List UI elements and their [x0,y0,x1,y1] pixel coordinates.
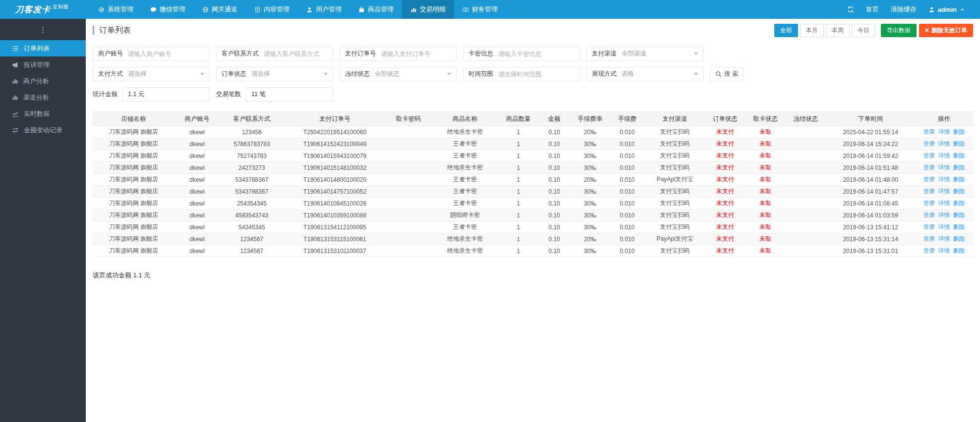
delete-link[interactable]: 删除 [953,247,965,254]
nav-item-content[interactable]: 内容管理 [246,0,298,19]
sidebar-item-complaints[interactable]: 投诉管理 [0,56,86,73]
stat-total-amount-value[interactable] [122,87,210,102]
nav-item-label: 商品管理 [368,5,394,14]
delete-link[interactable]: 删除 [953,211,965,218]
delete-link[interactable]: 删除 [953,200,965,207]
table-cell [386,198,431,210]
stat-trade-count-value[interactable] [246,87,333,102]
login-link[interactable]: 登录 [923,164,935,171]
detail-link[interactable]: 详情 [938,247,950,254]
table-cell [786,221,826,233]
filter-payment-method-select[interactable]: 请选择 [128,67,209,81]
detail-link[interactable]: 详情 [938,188,950,195]
stats-row: 统计金额交易笔数 [93,87,973,102]
nav-item-wechat[interactable]: 微信管理 [142,0,194,19]
export-data-button[interactable]: 导出数据 [881,24,917,37]
table-cell: 2019-06-14 01:08:45 [826,198,915,210]
table-cell: 0.010 [610,126,645,138]
globe-icon [202,6,209,13]
filter-payment-channel-select[interactable]: 全部渠道 [622,47,703,60]
login-link[interactable]: 登录 [923,176,935,183]
filter-display-mode-select[interactable]: 表格 [622,67,703,81]
delete-link[interactable]: 删除 [953,188,965,195]
detail-link[interactable]: 详情 [938,235,950,242]
range-button-today[interactable]: 今日 [852,24,875,37]
delete-link[interactable]: 删除 [953,128,965,135]
filter-customer-contact: 客户联系方式 [216,47,333,61]
delete-link[interactable]: 删除 [953,223,965,230]
filter-payment-order-no-input[interactable] [381,47,457,60]
detail-link[interactable]: 详情 [938,211,950,218]
sidebar-item-label: 商户分析 [23,77,49,86]
user-icon [928,6,935,13]
detail-link[interactable]: 详情 [938,164,950,171]
range-button-this-week[interactable]: 本周 [826,24,850,37]
delete-invalid-orders-button[interactable]: × 删除无效订单 [919,24,973,37]
column-header: 手续费 [610,112,645,126]
delete-link[interactable]: 删除 [953,140,965,147]
chart-bars-icon [12,78,18,84]
top-navbar: 刀客发卡 定制版 系统管理微信管理网关通道内容管理用户管理商品管理交易明细财务管… [0,0,980,19]
table-cell: 2019-06-13 15:31:14 [826,233,915,245]
table-cell: 2019-06-14 01:03:59 [826,210,915,221]
home-link[interactable]: 首页 [866,5,879,14]
clear-cache-link[interactable]: 清除缓存 [891,5,917,14]
login-link[interactable]: 登录 [923,247,935,254]
table-row: 刀客源码网 旗舰店dkewl5343788367T190614014757100… [93,186,973,198]
delete-link[interactable]: 删除 [953,164,965,171]
nav-item-transactions[interactable]: 交易明细 [402,0,454,19]
detail-link[interactable]: 详情 [938,140,950,147]
sidebar-item-realtime-data[interactable]: 实时数据 [0,106,86,122]
nav-item-gateway[interactable]: 网关通道 [194,0,246,19]
sidebar-item-merchant-analysis[interactable]: 商户分析 [0,73,86,89]
filter-merchant-account-input[interactable] [128,47,209,60]
table-cell: 支付宝扫码 [645,210,705,221]
login-link[interactable]: 登录 [923,152,935,159]
table-cell-actions: 登录详情删除 [915,162,973,174]
range-button-all[interactable]: 全部 [774,24,798,37]
filter-freeze-status-select[interactable]: 全部状态 [375,67,456,81]
sidebar-item-label: 订单列表 [24,44,50,53]
filter-customer-contact-input[interactable] [264,47,333,60]
table-cell: 王者卡密 [431,186,499,198]
nav-item-system[interactable]: 系统管理 [90,0,142,19]
login-link[interactable]: 登录 [923,235,935,242]
range-button-this-month[interactable]: 本月 [800,24,824,37]
detail-link[interactable]: 详情 [938,128,950,135]
filter-order-status-select[interactable]: 请选择 [251,67,333,81]
table-cell: T190613153101100037 [284,245,386,257]
login-link[interactable]: 登录 [923,128,935,135]
detail-link[interactable]: 详情 [938,200,950,207]
delete-link[interactable]: 删除 [953,235,965,242]
sidebar-item-order-list[interactable]: 订单列表 [0,40,86,56]
login-link[interactable]: 登录 [923,200,935,207]
detail-link[interactable]: 详情 [938,152,950,159]
delete-link[interactable]: 删除 [953,152,965,159]
table-row: 刀客源码网 旗舰店dkewl1234567T190613153101100037… [93,245,973,257]
filter-time-range-input[interactable] [498,67,579,81]
filter-card-info-input[interactable] [498,47,579,60]
stat-label: 统计金额 [93,90,117,99]
table-cell-actions: 登录详情删除 [915,186,973,198]
nav-item-users[interactable]: 用户管理 [298,0,350,19]
filter-label: 卡密信息 [463,50,498,58]
nav-item-products[interactable]: 商品管理 [350,0,402,19]
delete-link[interactable]: 删除 [953,176,965,183]
detail-link[interactable]: 详情 [938,223,950,230]
table-cell-actions: 登录详情删除 [915,126,973,138]
table-cell: 刀客源码网 旗舰店 [93,174,174,186]
login-link[interactable]: 登录 [923,211,935,218]
search-button[interactable]: 搜 索 [710,67,744,81]
user-menu[interactable]: admin [928,6,965,13]
sidebar-item-channel-analysis[interactable]: 渠道分析 [0,89,86,106]
sidebar-collapse-handle[interactable] [0,19,86,40]
login-link[interactable]: 登录 [923,223,935,230]
refresh-icon[interactable] [847,6,854,13]
detail-link[interactable]: 详情 [938,176,950,183]
nav-item-finance[interactable]: 财务管理 [454,0,506,19]
login-link[interactable]: 登录 [923,188,935,195]
sidebar-item-balance-changes[interactable]: 金额变动记录 [0,122,86,138]
table-cell: 20‰ [571,233,610,245]
table-cell: 支付宝扫码 [645,198,705,210]
login-link[interactable]: 登录 [923,140,935,147]
